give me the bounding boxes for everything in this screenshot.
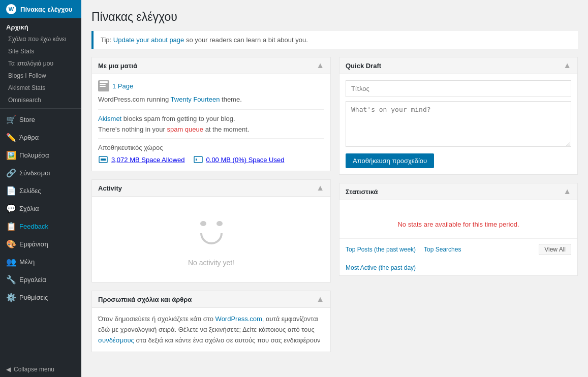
glance-widget-body: 1 Page WordPress.com running Twenty Four… bbox=[92, 74, 330, 171]
stats-collapse-btn[interactable]: ▲ bbox=[563, 187, 571, 196]
sidebar-item-arthra-label: Άρθρα bbox=[19, 134, 39, 141]
top-posts-tab[interactable]: Top Posts (the past week) bbox=[346, 246, 416, 253]
theme-link[interactable]: Twenty Fourteen bbox=[171, 96, 220, 103]
wordpress-link[interactable]: WordPress.com bbox=[215, 315, 262, 323]
quick-draft-textarea[interactable] bbox=[346, 101, 571, 147]
ergaleia-icon: 🔧 bbox=[6, 275, 15, 285]
sidebar-item-store[interactable]: 🛒 Store bbox=[0, 111, 81, 129]
tip-link[interactable]: Update your about page bbox=[113, 36, 184, 44]
sidebar-item-akismet-stats[interactable]: Akismet Stats bbox=[0, 82, 81, 94]
akismet-suffix: blocks spam from getting to your blog. bbox=[121, 115, 235, 122]
stats-footer: Top Posts (the past week) Top Searches V… bbox=[339, 238, 577, 260]
glance-akismet: Akismet blocks spam from getting to your… bbox=[98, 115, 324, 122]
personal-title: Προσωπικά σχόλια και άρθρα bbox=[98, 296, 192, 303]
page-count-link[interactable]: 1 Page bbox=[112, 82, 133, 90]
sidebar-item-scholia[interactable]: Σχόλια που έχω κάνει bbox=[0, 33, 81, 45]
tip-suffix: so your readers can learn a bit about yo… bbox=[184, 36, 308, 44]
spam-prefix: There's nothing in your bbox=[98, 125, 167, 133]
collapse-icon: ◀ bbox=[6, 366, 11, 373]
space-allowed: 3,072 MB Space Allowed bbox=[98, 154, 185, 165]
sidebar-item-polymesa-label: Πολυμέσα bbox=[19, 151, 49, 159]
sidebar-item-rythmiseis-label: Ρυθμίσεις bbox=[19, 294, 48, 301]
view-all-button[interactable]: View All bbox=[539, 244, 571, 255]
smiley-mouth bbox=[200, 233, 223, 244]
spam-link[interactable]: spam queue bbox=[167, 125, 203, 133]
glance-widget-header: Με μια ματιά ▲ bbox=[92, 57, 330, 74]
sidebar-item-feedback[interactable]: 📋 Feedback bbox=[0, 217, 81, 235]
sidebar-item-rythmiseis[interactable]: ⚙️ Ρυθμίσεις bbox=[0, 289, 81, 306]
glance-title: Με μια ματιά bbox=[98, 62, 137, 70]
sidebar-section-arxiki: Αρχική bbox=[0, 18, 81, 33]
sidebar-item-store-label: Store bbox=[19, 116, 35, 123]
svg-rect-3 bbox=[196, 159, 197, 161]
activity-empty-text: No activity yet! bbox=[188, 259, 234, 267]
smiley-eye-left bbox=[200, 221, 206, 226]
stats-widget-header: Στατιστικά ▲ bbox=[339, 183, 577, 200]
personal-widget-body: Όταν δημοσιεύετε ή σχολιάζετε κάτι στο W… bbox=[92, 308, 330, 352]
storage-label: Αποθηκευτικός χώρος bbox=[98, 144, 324, 151]
sidebar-item-scholia2-label: Σχόλια bbox=[19, 205, 39, 212]
glance-collapse-btn[interactable]: ▲ bbox=[316, 61, 324, 70]
sidebar-item-scholia2[interactable]: 💬 Σχόλια bbox=[0, 200, 81, 217]
space-used-icon bbox=[193, 154, 203, 165]
sidebar-item-emfanisi[interactable]: 🎨 Εμφάνιση bbox=[0, 235, 81, 253]
quick-draft-collapse-btn[interactable]: ▲ bbox=[563, 61, 571, 70]
space-used: 0.00 MB (0%) Space Used bbox=[193, 154, 285, 165]
arthra-icon: ✏️ bbox=[6, 133, 15, 142]
store-icon: 🛒 bbox=[6, 115, 15, 124]
collapse-menu[interactable]: ◀ Collapse menu bbox=[0, 362, 81, 377]
sidebar-item-selides[interactable]: 📄 Σελίδες bbox=[0, 182, 81, 200]
space-allowed-link[interactable]: 3,072 MB Space Allowed bbox=[111, 156, 185, 164]
sidebar-item-polymesa[interactable]: 🖼️ Πολυμέσα bbox=[0, 146, 81, 164]
personal-collapse-btn[interactable]: ▲ bbox=[316, 295, 324, 303]
dashboard-columns: Με μια ματιά ▲ 1 Page WordPress.com runn… bbox=[91, 57, 578, 352]
quick-draft-header: Quick Draft ▲ bbox=[339, 57, 577, 74]
sidebar-item-syndesmos-label: Σύνδεσμοι bbox=[19, 169, 50, 177]
glance-theme: WordPress.com running Twenty Fourteen th… bbox=[98, 96, 324, 103]
sidebar: Πίνακας ελέγχου Αρχική Σχόλια που έχω κά… bbox=[0, 0, 81, 377]
sidebar-divider-1 bbox=[0, 108, 81, 109]
personal-text-1: Όταν δημοσιεύετε ή σχολιάζετε κάτι στο bbox=[98, 315, 215, 323]
sidebar-item-blogs-follow[interactable]: Blogs I Follow bbox=[0, 70, 81, 82]
smiley-eyes bbox=[200, 221, 223, 226]
stats-widget: Στατιστικά ▲ No stats are available for … bbox=[339, 183, 578, 276]
activity-widget-header: Activity ▲ bbox=[92, 180, 330, 197]
sidebar-title: Πίνακας ελέγχου bbox=[20, 6, 72, 13]
activity-collapse-btn[interactable]: ▲ bbox=[316, 184, 324, 192]
activity-empty: No activity yet! bbox=[92, 197, 330, 282]
glance-widget: Με μια ματιά ▲ 1 Page WordPress.com runn… bbox=[91, 57, 331, 171]
smiley-face bbox=[191, 212, 232, 253]
sidebar-item-meli[interactable]: 👥 Μέλη bbox=[0, 253, 81, 271]
stats-empty: No stats are available for this time per… bbox=[339, 200, 577, 238]
top-searches-tab[interactable]: Top Searches bbox=[424, 246, 461, 253]
sidebar-item-arthra[interactable]: ✏️ Άρθρα bbox=[0, 129, 81, 146]
sidebar-item-emfanisi-label: Εμφάνιση bbox=[19, 240, 48, 248]
glance-divider2 bbox=[98, 138, 324, 139]
save-draft-button[interactable]: Αποθήκευση προσχεδίου bbox=[346, 153, 434, 168]
quick-draft-widget: Quick Draft ▲ Αποθήκευση προσχεδίου bbox=[339, 57, 578, 175]
quick-draft-title-input[interactable] bbox=[346, 80, 571, 97]
selides-icon: 📄 bbox=[6, 186, 15, 196]
glance-spam: There's nothing in your spam queue at th… bbox=[98, 125, 324, 133]
sidebar-item-ergaleia[interactable]: 🔧 Εργαλεία bbox=[0, 271, 81, 289]
quick-draft-body: Αποθήκευση προσχεδίου bbox=[339, 74, 577, 174]
stats-title: Στατιστικά bbox=[346, 188, 378, 196]
sidebar-item-ta-istologia[interactable]: Τα ιστολόγιά μου bbox=[0, 57, 81, 70]
page-doc-icon bbox=[98, 80, 109, 91]
sidebar-item-feedback-label: Feedback bbox=[19, 223, 48, 230]
sidebar-item-omnisearch[interactable]: Omnisearch bbox=[0, 94, 81, 106]
storage-row: 3,072 MB Space Allowed 0.00 MB (0%) Spac… bbox=[98, 154, 324, 165]
personal-links[interactable]: συνδέσμους bbox=[98, 336, 134, 344]
space-used-link[interactable]: 0.00 MB (0%) Space Used bbox=[206, 156, 285, 164]
sidebar-item-site-stats[interactable]: Site Stats bbox=[0, 45, 81, 57]
stats-most-active[interactable]: Most Active (the past day) bbox=[339, 260, 577, 275]
emfanisi-icon: 🎨 bbox=[6, 239, 15, 249]
space-allowed-icon bbox=[98, 154, 108, 165]
sidebar-item-selides-label: Σελίδες bbox=[19, 187, 41, 195]
glance-page-row: 1 Page bbox=[98, 80, 324, 91]
sidebar-item-syndesmos[interactable]: 🔗 Σύνδεσμοι bbox=[0, 164, 81, 182]
akismet-link[interactable]: Akismet bbox=[98, 115, 121, 122]
personal-widget-header: Προσωπικά σχόλια και άρθρα ▲ bbox=[92, 291, 330, 308]
left-column: Με μια ματιά ▲ 1 Page WordPress.com runn… bbox=[91, 57, 331, 352]
sidebar-item-ergaleia-label: Εργαλεία bbox=[19, 276, 46, 284]
